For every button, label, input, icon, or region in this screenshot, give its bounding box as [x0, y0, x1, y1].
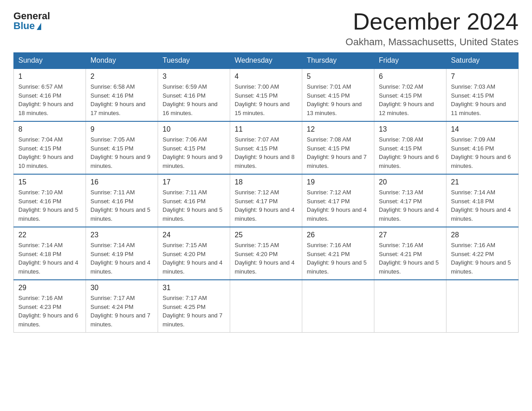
day-info: Sunrise: 7:17 AMSunset: 4:25 PMDaylight:… [163, 294, 225, 329]
day-number: 3 [163, 73, 225, 81]
day-info: Sunrise: 7:14 AMSunset: 4:18 PMDaylight:… [18, 241, 81, 276]
day-info: Sunrise: 6:58 AMSunset: 4:16 PMDaylight:… [90, 82, 153, 117]
day-info: Sunrise: 7:16 AMSunset: 4:23 PMDaylight:… [18, 294, 81, 329]
day-info: Sunrise: 7:13 AMSunset: 4:17 PMDaylight:… [379, 188, 442, 223]
day-number: 26 [307, 231, 369, 239]
logo-triangle-icon [37, 23, 41, 30]
day-info: Sunrise: 7:02 AMSunset: 4:15 PMDaylight:… [379, 82, 442, 117]
weekday-header-monday: Monday [86, 53, 158, 69]
day-info: Sunrise: 7:16 AMSunset: 4:21 PMDaylight:… [307, 241, 369, 276]
day-number: 2 [90, 73, 153, 81]
page-header: General Blue December 2024 Oakham, Massa… [13, 9, 519, 48]
week-row-5: 29Sunrise: 7:16 AMSunset: 4:23 PMDayligh… [14, 280, 519, 333]
day-number: 14 [451, 125, 514, 133]
calendar-cell: 23Sunrise: 7:14 AMSunset: 4:19 PMDayligh… [86, 227, 158, 280]
calendar-cell: 20Sunrise: 7:13 AMSunset: 4:17 PMDayligh… [374, 174, 446, 227]
day-number: 27 [379, 231, 442, 239]
day-info: Sunrise: 7:10 AMSunset: 4:16 PMDaylight:… [18, 188, 81, 223]
calendar-cell: 30Sunrise: 7:17 AMSunset: 4:24 PMDayligh… [86, 280, 158, 333]
weekday-header-saturday: Saturday [446, 53, 519, 69]
title-block: December 2024 Oakham, Massachusetts, Uni… [346, 9, 519, 48]
day-number: 25 [235, 231, 297, 239]
day-info: Sunrise: 7:14 AMSunset: 4:19 PMDaylight:… [90, 241, 153, 276]
calendar-cell: 11Sunrise: 7:07 AMSunset: 4:15 PMDayligh… [230, 121, 302, 174]
day-number: 20 [379, 178, 442, 186]
calendar-cell: 4Sunrise: 7:00 AMSunset: 4:15 PMDaylight… [230, 68, 302, 121]
day-info: Sunrise: 7:03 AMSunset: 4:15 PMDaylight:… [451, 82, 514, 117]
calendar-cell: 27Sunrise: 7:16 AMSunset: 4:21 PMDayligh… [374, 227, 446, 280]
calendar-cell: 6Sunrise: 7:02 AMSunset: 4:15 PMDaylight… [374, 68, 446, 121]
weekday-header-row: SundayMondayTuesdayWednesdayThursdayFrid… [14, 53, 519, 69]
logo-general-text: General [13, 11, 50, 21]
day-info: Sunrise: 7:17 AMSunset: 4:24 PMDaylight:… [90, 294, 153, 329]
calendar-cell: 18Sunrise: 7:12 AMSunset: 4:17 PMDayligh… [230, 174, 302, 227]
calendar-cell: 31Sunrise: 7:17 AMSunset: 4:25 PMDayligh… [158, 280, 230, 333]
calendar-body: 1Sunrise: 6:57 AMSunset: 4:16 PMDaylight… [14, 68, 519, 333]
calendar-cell [302, 280, 374, 333]
day-info: Sunrise: 6:57 AMSunset: 4:16 PMDaylight:… [18, 82, 81, 117]
weekday-header-tuesday: Tuesday [158, 53, 230, 69]
day-number: 15 [18, 178, 81, 186]
calendar-cell: 5Sunrise: 7:01 AMSunset: 4:15 PMDaylight… [302, 68, 374, 121]
day-number: 4 [235, 73, 297, 81]
day-number: 24 [163, 231, 225, 239]
calendar-cell: 1Sunrise: 6:57 AMSunset: 4:16 PMDaylight… [14, 68, 86, 121]
weekday-header-sunday: Sunday [14, 53, 86, 69]
calendar-cell: 21Sunrise: 7:14 AMSunset: 4:18 PMDayligh… [446, 174, 519, 227]
day-number: 18 [235, 178, 297, 186]
day-info: Sunrise: 7:07 AMSunset: 4:15 PMDaylight:… [235, 135, 297, 170]
day-number: 21 [451, 178, 514, 186]
day-number: 23 [90, 231, 153, 239]
location-subtitle: Oakham, Massachusetts, United States [346, 36, 519, 48]
month-title: December 2024 [346, 9, 519, 34]
week-row-4: 22Sunrise: 7:14 AMSunset: 4:18 PMDayligh… [14, 227, 519, 280]
day-info: Sunrise: 7:15 AMSunset: 4:20 PMDaylight:… [163, 241, 225, 276]
day-info: Sunrise: 7:12 AMSunset: 4:17 PMDaylight:… [307, 188, 369, 223]
calendar-cell: 26Sunrise: 7:16 AMSunset: 4:21 PMDayligh… [302, 227, 374, 280]
day-number: 5 [307, 73, 369, 81]
calendar-cell [374, 280, 446, 333]
day-info: Sunrise: 7:06 AMSunset: 4:15 PMDaylight:… [163, 135, 225, 170]
day-number: 10 [163, 125, 225, 133]
day-info: Sunrise: 7:11 AMSunset: 4:16 PMDaylight:… [163, 188, 225, 223]
logo: General Blue [13, 9, 50, 31]
calendar-cell: 16Sunrise: 7:11 AMSunset: 4:16 PMDayligh… [86, 174, 158, 227]
day-number: 16 [90, 178, 153, 186]
day-number: 31 [163, 284, 225, 292]
day-number: 28 [451, 231, 514, 239]
week-row-1: 1Sunrise: 6:57 AMSunset: 4:16 PMDaylight… [14, 68, 519, 121]
day-info: Sunrise: 7:04 AMSunset: 4:15 PMDaylight:… [18, 135, 81, 170]
calendar-cell: 19Sunrise: 7:12 AMSunset: 4:17 PMDayligh… [302, 174, 374, 227]
calendar-cell: 28Sunrise: 7:16 AMSunset: 4:22 PMDayligh… [446, 227, 519, 280]
day-info: Sunrise: 7:08 AMSunset: 4:15 PMDaylight:… [379, 135, 442, 170]
day-info: Sunrise: 7:01 AMSunset: 4:15 PMDaylight:… [307, 82, 369, 117]
weekday-header-thursday: Thursday [302, 53, 374, 69]
weekday-header-friday: Friday [374, 53, 446, 69]
weekday-header-wednesday: Wednesday [230, 53, 302, 69]
calendar-cell: 10Sunrise: 7:06 AMSunset: 4:15 PMDayligh… [158, 121, 230, 174]
day-number: 1 [18, 73, 81, 81]
calendar-cell: 3Sunrise: 6:59 AMSunset: 4:16 PMDaylight… [158, 68, 230, 121]
day-number: 6 [379, 73, 442, 81]
day-number: 12 [307, 125, 369, 133]
day-info: Sunrise: 7:09 AMSunset: 4:16 PMDaylight:… [451, 135, 514, 170]
day-info: Sunrise: 7:12 AMSunset: 4:17 PMDaylight:… [235, 188, 297, 223]
calendar-header: SundayMondayTuesdayWednesdayThursdayFrid… [14, 53, 519, 69]
calendar-cell: 2Sunrise: 6:58 AMSunset: 4:16 PMDaylight… [86, 68, 158, 121]
calendar-cell: 25Sunrise: 7:15 AMSunset: 4:20 PMDayligh… [230, 227, 302, 280]
day-number: 22 [18, 231, 81, 239]
calendar-cell [446, 280, 519, 333]
day-number: 9 [90, 125, 153, 133]
day-number: 13 [379, 125, 442, 133]
calendar-cell: 7Sunrise: 7:03 AMSunset: 4:15 PMDaylight… [446, 68, 519, 121]
day-info: Sunrise: 7:11 AMSunset: 4:16 PMDaylight:… [90, 188, 153, 223]
calendar-cell: 12Sunrise: 7:08 AMSunset: 4:15 PMDayligh… [302, 121, 374, 174]
week-row-3: 15Sunrise: 7:10 AMSunset: 4:16 PMDayligh… [14, 174, 519, 227]
day-info: Sunrise: 7:08 AMSunset: 4:15 PMDaylight:… [307, 135, 369, 170]
calendar-cell: 22Sunrise: 7:14 AMSunset: 4:18 PMDayligh… [14, 227, 86, 280]
logo-blue-text: Blue [13, 21, 41, 31]
calendar-cell: 17Sunrise: 7:11 AMSunset: 4:16 PMDayligh… [158, 174, 230, 227]
week-row-2: 8Sunrise: 7:04 AMSunset: 4:15 PMDaylight… [14, 121, 519, 174]
calendar-cell: 29Sunrise: 7:16 AMSunset: 4:23 PMDayligh… [14, 280, 86, 333]
calendar-cell: 24Sunrise: 7:15 AMSunset: 4:20 PMDayligh… [158, 227, 230, 280]
